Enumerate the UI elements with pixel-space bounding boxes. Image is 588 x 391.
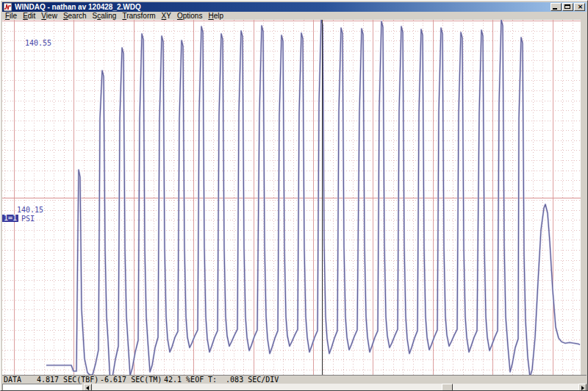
close-icon: × bbox=[575, 3, 586, 11]
menu-item-help[interactable]: Help bbox=[205, 12, 226, 20]
menu-item-transform[interactable]: Transform bbox=[119, 12, 158, 20]
scrollbar-track[interactable] bbox=[92, 384, 578, 391]
menu-item-scaling[interactable]: Scaling bbox=[90, 12, 120, 20]
right-arrow-icon bbox=[581, 386, 584, 390]
scroll-right-button[interactable] bbox=[578, 384, 587, 391]
waveform-plot bbox=[2, 20, 581, 375]
close-button[interactable]: × bbox=[574, 3, 585, 11]
maximize-button[interactable] bbox=[562, 3, 573, 11]
h-scrollbar-row bbox=[2, 384, 587, 391]
maximize-icon bbox=[564, 4, 570, 9]
menu-item-file[interactable]: File bbox=[2, 12, 20, 20]
annotation-field[interactable] bbox=[2, 384, 82, 391]
scroll-left-button[interactable] bbox=[84, 384, 92, 391]
menu-item-options[interactable]: Options bbox=[174, 12, 205, 20]
minimize-icon bbox=[553, 8, 557, 10]
menubar: FileEditViewSearchScalingTransformXYOpti… bbox=[2, 12, 587, 20]
title-bar[interactable]: WINDAQ - nathan av 120428_2.WDQ × bbox=[2, 2, 587, 12]
channel-badge[interactable]: 1=1 bbox=[2, 215, 18, 222]
scrollbar-thumb[interactable] bbox=[442, 384, 453, 391]
minimize-button[interactable] bbox=[551, 3, 562, 11]
menu-item-edit[interactable]: Edit bbox=[20, 12, 38, 20]
cursor-value: 140.15 bbox=[17, 207, 43, 213]
app-window: WINDAQ - nathan av 120428_2.WDQ × FileEd… bbox=[0, 0, 588, 391]
unit-label: PSI bbox=[21, 215, 35, 222]
left-arrow-icon bbox=[86, 386, 89, 390]
chart-area[interactable]: 140.55 140.15 1=1 PSI -4.87 bbox=[2, 20, 581, 375]
window-title: WINDAQ - nathan av 120428_2.WDQ bbox=[15, 2, 551, 12]
menu-item-view[interactable]: View bbox=[38, 12, 60, 20]
scale-top-value: 140.55 bbox=[25, 40, 51, 46]
app-icon bbox=[4, 3, 12, 11]
menu-item-xy[interactable]: XY bbox=[159, 12, 174, 20]
menu-item-search[interactable]: Search bbox=[60, 12, 90, 20]
